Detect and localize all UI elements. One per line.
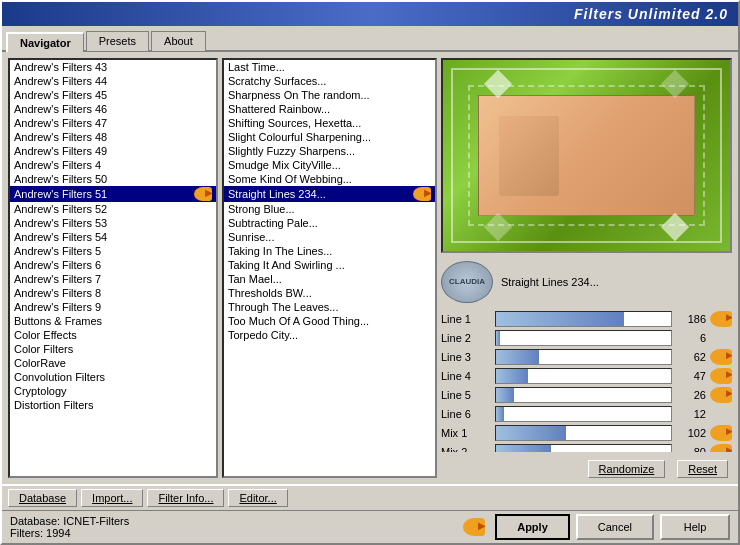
- database-value: ICNET-Filters: [63, 515, 129, 527]
- param-value: 12: [676, 408, 706, 420]
- category-item[interactable]: Andrew's Filters 8: [10, 286, 216, 300]
- category-list[interactable]: Andrew's Filters 43Andrew's Filters 44An…: [8, 58, 218, 478]
- slider-fill: [496, 350, 539, 364]
- category-item[interactable]: Buttons & Frames: [10, 314, 216, 328]
- import-button[interactable]: Import...: [81, 489, 143, 507]
- category-item[interactable]: Andrew's Filters 49: [10, 144, 216, 158]
- category-item[interactable]: Andrew's Filters 4: [10, 158, 216, 172]
- param-label: Mix 2: [441, 446, 491, 452]
- param-slider[interactable]: [495, 406, 672, 422]
- filter-item[interactable]: Straight Lines 234...: [224, 186, 435, 202]
- category-item[interactable]: Distortion Filters: [10, 398, 216, 412]
- filter-item[interactable]: Sharpness On The random...: [224, 88, 435, 102]
- category-item[interactable]: Andrew's Filters 45: [10, 88, 216, 102]
- filter-item[interactable]: Scratchy Surfaces...: [224, 74, 435, 88]
- filter-item[interactable]: Last Time...: [224, 60, 435, 74]
- category-item[interactable]: Andrew's Filters 48: [10, 130, 216, 144]
- filter-item[interactable]: Some Kind Of Webbing...: [224, 172, 435, 186]
- help-button[interactable]: Help: [660, 514, 730, 540]
- category-item[interactable]: Andrew's Filters 46: [10, 102, 216, 116]
- apply-button[interactable]: Apply: [495, 514, 570, 540]
- param-slider[interactable]: [495, 387, 672, 403]
- param-row: Mix 280: [441, 444, 732, 452]
- filter-item[interactable]: Through The Leaves...: [224, 300, 435, 314]
- category-item[interactable]: Andrew's Filters 53: [10, 216, 216, 230]
- filter-item[interactable]: Tan Mael...: [224, 272, 435, 286]
- main-window: Filters Unlimited 2.0 Navigator Presets …: [0, 0, 740, 545]
- filters-value: 1994: [46, 527, 70, 539]
- category-item[interactable]: Color Filters: [10, 342, 216, 356]
- apply-hand-icon: [463, 518, 485, 536]
- category-item[interactable]: Cryptology: [10, 384, 216, 398]
- category-item[interactable]: Andrew's Filters 44: [10, 74, 216, 88]
- slider-fill: [496, 426, 566, 440]
- category-item[interactable]: Andrew's Filters 54: [10, 230, 216, 244]
- left-panel: Andrew's Filters 43Andrew's Filters 44An…: [8, 58, 218, 478]
- param-label: Line 3: [441, 351, 491, 363]
- category-item[interactable]: Andrew's Filters 52: [10, 202, 216, 216]
- category-item[interactable]: Andrew's Filters 9: [10, 300, 216, 314]
- category-item[interactable]: Convolution Filters: [10, 370, 216, 384]
- tab-presets[interactable]: Presets: [86, 31, 149, 51]
- reset-button[interactable]: Reset: [677, 460, 728, 478]
- filter-item[interactable]: Smudge Mix CityVille...: [224, 158, 435, 172]
- filter-item[interactable]: Strong Blue...: [224, 202, 435, 216]
- title-bar: Filters Unlimited 2.0: [2, 2, 738, 26]
- param-slider[interactable]: [495, 311, 672, 327]
- param-slider[interactable]: [495, 368, 672, 384]
- param-row: Line 447: [441, 368, 732, 384]
- category-item[interactable]: Andrew's Filters 43: [10, 60, 216, 74]
- tab-about[interactable]: About: [151, 31, 206, 51]
- filter-item[interactable]: Slightly Fuzzy Sharpens...: [224, 144, 435, 158]
- category-item[interactable]: Andrew's Filters 51: [10, 186, 216, 202]
- param-slider[interactable]: [495, 330, 672, 346]
- claudia-area: CLAUDIA Straight Lines 234...: [441, 257, 732, 307]
- param-slider[interactable]: [495, 444, 672, 452]
- slider-fill: [496, 312, 624, 326]
- param-value: 102: [676, 427, 706, 439]
- param-value: 186: [676, 313, 706, 325]
- filter-item[interactable]: Taking In The Lines...: [224, 244, 435, 258]
- category-item[interactable]: Color Effects: [10, 328, 216, 342]
- param-hand-icon[interactable]: [710, 444, 732, 452]
- param-hand-icon[interactable]: [710, 349, 732, 365]
- filter-item[interactable]: Thresholds BW...: [224, 286, 435, 300]
- param-row: Mix 1102: [441, 425, 732, 441]
- category-item[interactable]: Andrew's Filters 47: [10, 116, 216, 130]
- slider-fill: [496, 388, 514, 402]
- category-item[interactable]: Andrew's Filters 7: [10, 272, 216, 286]
- filter-item[interactable]: Torpedo City...: [224, 328, 435, 342]
- params-area: Line 1186Line 26Line 362Line 447Line 526…: [441, 311, 732, 452]
- randomize-button[interactable]: Randomize: [588, 460, 666, 478]
- param-value: 26: [676, 389, 706, 401]
- filter-list[interactable]: Last Time...Scratchy Surfaces...Sharpnes…: [222, 58, 437, 478]
- tab-navigator[interactable]: Navigator: [6, 32, 84, 52]
- param-hand-icon[interactable]: [710, 387, 732, 403]
- database-button[interactable]: Database: [8, 489, 77, 507]
- category-item[interactable]: Andrew's Filters 6: [10, 258, 216, 272]
- cancel-button[interactable]: Cancel: [576, 514, 654, 540]
- param-hand-icon[interactable]: [710, 425, 732, 441]
- param-slider[interactable]: [495, 425, 672, 441]
- apply-cancel-area: Apply Cancel Help: [463, 514, 730, 540]
- right-panel: CLAUDIA Straight Lines 234... Line 1186L…: [441, 58, 732, 478]
- param-label: Line 5: [441, 389, 491, 401]
- param-row: Line 26: [441, 330, 732, 346]
- filter-item[interactable]: Slight Colourful Sharpening...: [224, 130, 435, 144]
- param-hand-icon[interactable]: [710, 368, 732, 384]
- filter-item[interactable]: Subtracting Pale...: [224, 216, 435, 230]
- filter-item[interactable]: Sunrise...: [224, 230, 435, 244]
- filter-info-button[interactable]: Filter Info...: [147, 489, 224, 507]
- category-item[interactable]: Andrew's Filters 5: [10, 244, 216, 258]
- category-item[interactable]: Andrew's Filters 50: [10, 172, 216, 186]
- filter-item[interactable]: Taking It And Swirling ...: [224, 258, 435, 272]
- filter-item[interactable]: Too Much Of A Good Thing...: [224, 314, 435, 328]
- param-hand-icon[interactable]: [710, 311, 732, 327]
- filter-item[interactable]: Shifting Sources, Hexetta...: [224, 116, 435, 130]
- category-item[interactable]: ColorRave: [10, 356, 216, 370]
- param-row: Line 612: [441, 406, 732, 422]
- filter-item[interactable]: Shattered Rainbow...: [224, 102, 435, 116]
- editor-button[interactable]: Editor...: [228, 489, 287, 507]
- param-slider[interactable]: [495, 349, 672, 365]
- bottom-toolbar: Database Import... Filter Info... Editor…: [2, 484, 738, 510]
